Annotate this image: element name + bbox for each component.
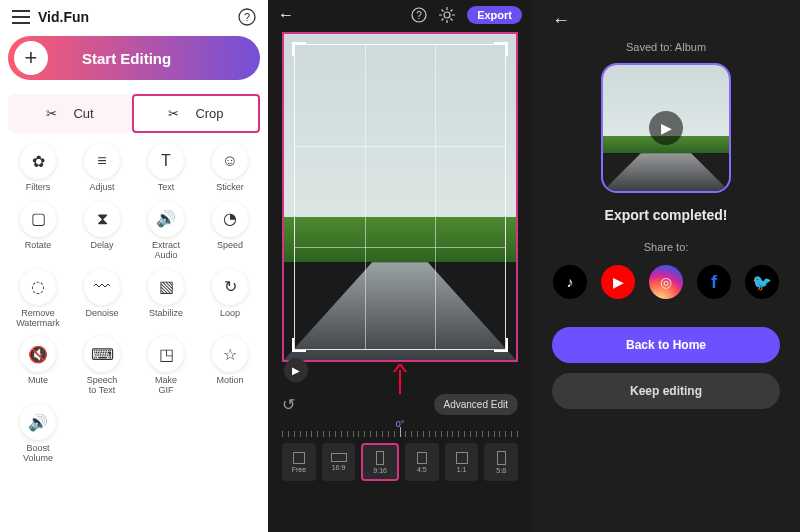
- aspect-label: 16:9: [332, 464, 346, 471]
- tool-label: Motion: [216, 376, 243, 386]
- keep-editing-button[interactable]: Keep editing: [552, 373, 780, 409]
- aspect-4-5[interactable]: 4:5: [405, 443, 439, 481]
- saved-to-label: Saved to: Album: [626, 41, 706, 53]
- play-icon: ▶: [649, 111, 683, 145]
- share-tiktok[interactable]: ♪: [553, 265, 587, 299]
- play-button[interactable]: ▶: [284, 358, 308, 382]
- share-twitter[interactable]: 🐦: [745, 265, 779, 299]
- export-thumbnail[interactable]: ▶: [601, 63, 731, 193]
- tool-make-gif[interactable]: ◳MakeGIF: [136, 336, 196, 396]
- action-buttons: Back to Home Keep editing: [552, 327, 780, 409]
- facebook-icon: f: [711, 272, 717, 293]
- crop-grid[interactable]: [294, 44, 506, 350]
- rotation-ruler[interactable]: 0°: [282, 419, 518, 437]
- tab-crop[interactable]: ✂ Crop: [132, 94, 260, 133]
- tool-speech-to-text[interactable]: ⌨Speechto Text: [72, 336, 132, 396]
- aspect-label: 1:1: [457, 466, 467, 473]
- aspect-label: Free: [292, 466, 306, 473]
- tool-label: Mute: [28, 376, 48, 386]
- aspect-shape-icon: [456, 452, 468, 464]
- tool-label: RemoveWatermark: [16, 309, 60, 329]
- tool-label: MakeGIF: [155, 376, 177, 396]
- export-result-panel: ← Saved to: Album ▶ Export completed! Sh…: [532, 0, 800, 532]
- tool-mute[interactable]: 🔇Mute: [8, 336, 68, 396]
- tool-remove-watermark[interactable]: ◌RemoveWatermark: [8, 269, 68, 329]
- tool-label: Rotate: [25, 241, 52, 251]
- tool-label: Sticker: [216, 183, 244, 193]
- tool-extract-audio[interactable]: 🔊ExtractAudio: [136, 201, 196, 261]
- tool-label: Adjust: [89, 183, 114, 193]
- boost-volume-icon: 🔊: [20, 404, 56, 440]
- motion-icon: ☆: [212, 336, 248, 372]
- settings-icon[interactable]: [439, 7, 455, 23]
- crop-handle-tl[interactable]: [292, 42, 306, 56]
- aspect-16-9[interactable]: 16:9: [322, 443, 356, 481]
- youtube-icon: ▶: [613, 274, 624, 290]
- export-button[interactable]: Export: [467, 6, 522, 24]
- tool-text[interactable]: TText: [136, 143, 196, 193]
- aspect-shape-icon: [376, 451, 384, 465]
- help-icon[interactable]: ?: [238, 8, 256, 26]
- plus-icon: +: [14, 41, 48, 75]
- extract-audio-icon: 🔊: [148, 201, 184, 237]
- tool-grid: ✿Filters≡AdjustTText☺Sticker▢Rotate⧗Dela…: [8, 143, 260, 464]
- crop-handle-tr[interactable]: [494, 42, 508, 56]
- annotation-arrow-icon: [393, 364, 407, 394]
- tool-label: ExtractAudio: [152, 241, 180, 261]
- share-facebook[interactable]: f: [697, 265, 731, 299]
- start-editing-button[interactable]: + Start Editing: [8, 36, 260, 80]
- aspect-shape-icon: [417, 452, 427, 464]
- back-icon[interactable]: ←: [278, 6, 294, 24]
- tab-cut[interactable]: ✂ Cut: [8, 94, 132, 133]
- start-editing-label: Start Editing: [82, 50, 171, 67]
- tool-boost-volume[interactable]: 🔊BoostVolume: [8, 404, 68, 464]
- svg-text:?: ?: [244, 11, 250, 23]
- tool-denoise[interactable]: 〰Denoise: [72, 269, 132, 329]
- aspect-5-8[interactable]: 5:8: [484, 443, 518, 481]
- svg-point-4: [444, 12, 450, 18]
- tool-delay[interactable]: ⧗Delay: [72, 201, 132, 261]
- share-row: ♪▶◎f🐦: [553, 265, 779, 299]
- tools-panel: Vid.Fun ? + Start Editing ✂ Cut ✂ Crop ✿…: [0, 0, 268, 532]
- tool-label: Speed: [217, 241, 243, 251]
- tool-speed[interactable]: ◔Speed: [200, 201, 260, 261]
- mute-icon: 🔇: [20, 336, 56, 372]
- tool-label: Loop: [220, 309, 240, 319]
- tool-adjust[interactable]: ≡Adjust: [72, 143, 132, 193]
- tool-filters[interactable]: ✿Filters: [8, 143, 68, 193]
- tool-label: Text: [158, 183, 175, 193]
- crop-handle-br[interactable]: [494, 338, 508, 352]
- tool-rotate[interactable]: ▢Rotate: [8, 201, 68, 261]
- crop-viewport[interactable]: [282, 32, 518, 362]
- tool-label: BoostVolume: [23, 444, 53, 464]
- speech-to-text-icon: ⌨: [84, 336, 120, 372]
- tool-stabilize[interactable]: ▧Stabilize: [136, 269, 196, 329]
- aspect-9-16[interactable]: 9:16: [361, 443, 399, 481]
- aspect-free[interactable]: Free: [282, 443, 316, 481]
- aspect-label: 5:8: [496, 467, 506, 474]
- remove-watermark-icon: ◌: [20, 269, 56, 305]
- crop-handle-bl[interactable]: [292, 338, 306, 352]
- reset-rotation-icon[interactable]: ↺: [282, 395, 295, 414]
- share-youtube[interactable]: ▶: [601, 265, 635, 299]
- back-to-home-button[interactable]: Back to Home: [552, 327, 780, 363]
- advanced-edit-button[interactable]: Advanced Edit: [434, 394, 519, 415]
- tool-label: Stabilize: [149, 309, 183, 319]
- editor-header: ← ? Export: [268, 0, 532, 30]
- tiktok-icon: ♪: [567, 274, 574, 290]
- menu-icon[interactable]: [12, 10, 30, 24]
- tool-motion[interactable]: ☆Motion: [200, 336, 260, 396]
- aspect-1-1[interactable]: 1:1: [445, 443, 479, 481]
- aspect-label: 4:5: [417, 466, 427, 473]
- speed-icon: ◔: [212, 201, 248, 237]
- delay-icon: ⧗: [84, 201, 120, 237]
- tool-sticker[interactable]: ☺Sticker: [200, 143, 260, 193]
- back-icon[interactable]: ←: [552, 8, 570, 41]
- help-icon[interactable]: ?: [411, 7, 427, 23]
- tool-label: Speechto Text: [87, 376, 118, 396]
- share-instagram[interactable]: ◎: [649, 265, 683, 299]
- tool-loop[interactable]: ↻Loop: [200, 269, 260, 329]
- svg-text:?: ?: [416, 10, 422, 21]
- aspect-ratio-row: Free16:99:164:51:15:8: [268, 437, 532, 491]
- twitter-icon: 🐦: [752, 273, 772, 292]
